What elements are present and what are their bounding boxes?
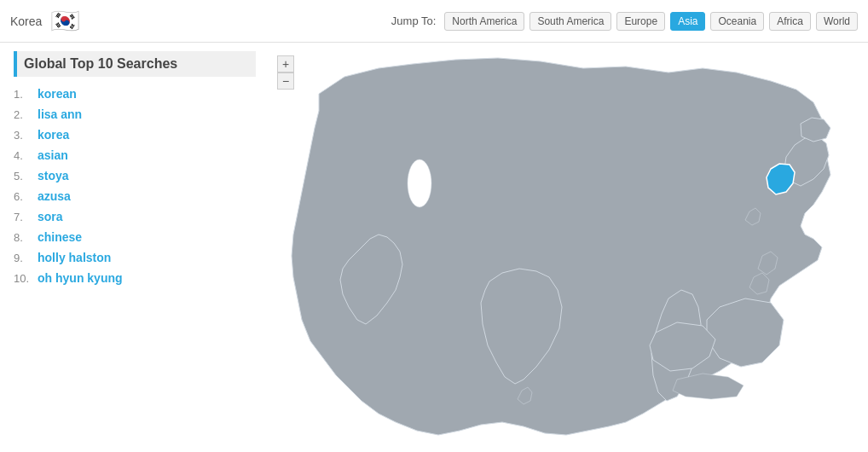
search-rank: 8. xyxy=(14,231,38,244)
search-item: 6.azusa xyxy=(14,189,256,203)
zoom-out-button[interactable]: − xyxy=(277,72,294,90)
sidebar: Global Top 10 Searches 1.korean2.lisa an… xyxy=(0,43,264,452)
search-term[interactable]: lisa ann xyxy=(38,107,82,121)
japan-hokkaido xyxy=(801,118,830,142)
zoom-controls: + − xyxy=(277,55,294,90)
search-term[interactable]: chinese xyxy=(38,230,82,244)
asia-map xyxy=(264,43,868,452)
region-btn-oceania[interactable]: Oceania xyxy=(710,12,764,31)
caspian-sea xyxy=(408,159,431,207)
search-item: 7.sora xyxy=(14,210,256,223)
country-label: Korea xyxy=(10,14,42,28)
search-term[interactable]: korea xyxy=(38,128,69,142)
borneo xyxy=(707,298,784,367)
search-term[interactable]: holly halston xyxy=(38,251,111,264)
jump-to-area: Jump To: North AmericaSouth AmericaEurop… xyxy=(391,12,858,31)
main-content: Global Top 10 Searches 1.korean2.lisa an… xyxy=(0,43,868,452)
jump-to-label: Jump To: xyxy=(391,14,437,27)
search-term[interactable]: azusa xyxy=(38,189,71,203)
zoom-in-button[interactable]: + xyxy=(277,55,294,72)
search-term[interactable]: oh hyun kyung xyxy=(38,271,123,285)
search-item: 1.korean xyxy=(14,87,256,101)
search-item: 4.asian xyxy=(14,148,256,162)
header-left: Korea 🇰🇷 xyxy=(10,7,80,35)
search-term[interactable]: asian xyxy=(38,148,68,162)
search-rank: 7. xyxy=(14,211,38,223)
search-item: 3.korea xyxy=(14,128,256,142)
region-btn-south-america[interactable]: South America xyxy=(529,12,611,31)
search-item: 2.lisa ann xyxy=(14,107,256,121)
search-item: 5.stoya xyxy=(14,169,256,183)
search-term[interactable]: sora xyxy=(38,210,63,223)
search-rank: 6. xyxy=(14,190,38,203)
region-btn-world[interactable]: World xyxy=(816,12,858,31)
region-btn-africa[interactable]: Africa xyxy=(769,12,811,31)
search-rank: 10. xyxy=(14,272,38,285)
header: Korea 🇰🇷 Jump To: North AmericaSouth Ame… xyxy=(0,0,868,43)
search-rank: 1. xyxy=(14,88,38,101)
search-rank: 5. xyxy=(14,170,38,183)
search-rank: 3. xyxy=(14,129,38,142)
section-title: Global Top 10 Searches xyxy=(14,51,256,77)
search-item: 8.chinese xyxy=(14,230,256,244)
search-item: 9.holly halston xyxy=(14,251,256,264)
search-list: 1.korean2.lisa ann3.korea4.asian5.stoya6… xyxy=(14,87,256,285)
search-item: 10.oh hyun kyung xyxy=(14,271,256,285)
region-btn-europe[interactable]: Europe xyxy=(616,12,665,31)
search-term[interactable]: stoya xyxy=(38,169,69,183)
map-container xyxy=(264,43,868,452)
search-rank: 4. xyxy=(14,149,38,162)
search-rank: 9. xyxy=(14,252,38,264)
region-btn-asia[interactable]: Asia xyxy=(670,12,705,31)
flag-icon: 🇰🇷 xyxy=(50,7,80,35)
search-term[interactable]: korean xyxy=(38,87,77,101)
region-btn-north-america[interactable]: North America xyxy=(444,12,524,31)
search-rank: 2. xyxy=(14,108,38,121)
